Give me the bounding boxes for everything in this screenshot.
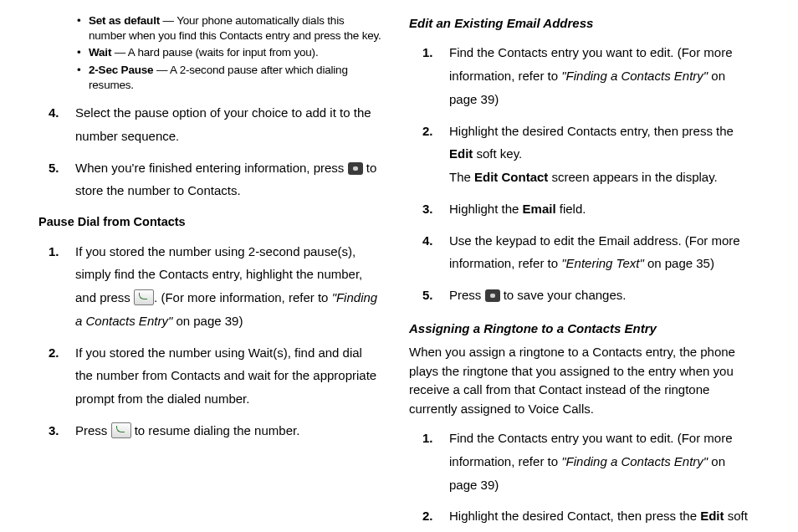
text-segment: to resume dialing the number. <box>135 423 300 437</box>
bullet-item: • Set as default — Your phone automatica… <box>77 13 382 43</box>
text-segment: field. <box>556 202 586 216</box>
step-text: Highlight the desired Contact, then pres… <box>449 504 756 532</box>
bullet-content: Set as default — Your phone automaticall… <box>89 13 382 43</box>
cross-reference: "Entering Text" <box>561 256 643 270</box>
step-number: 3. <box>49 419 75 442</box>
step-text: When you're finished entering informatio… <box>75 156 382 203</box>
numbered-step: 2. Highlight the desired Contacts entry,… <box>422 120 756 189</box>
step-text: Press to save your changes. <box>449 284 756 307</box>
intro-paragraph: When you assign a ringtone to a Contacts… <box>409 343 756 418</box>
text-segment: on page 35) <box>644 256 714 270</box>
left-column: • Set as default — Your phone automatica… <box>35 13 382 532</box>
numbered-step: 4. Use the keypad to edit the Email addr… <box>422 229 756 276</box>
step-text: Find the Contacts entry you want to edit… <box>449 41 756 110</box>
section-heading: Edit an Existing Email Address <box>409 13 756 33</box>
step-number: 2. <box>422 504 449 532</box>
bullet-content: Wait — A hard pause (waits for input fro… <box>89 45 382 60</box>
text-segment: soft key. <box>473 146 522 161</box>
bold-term: Edit <box>700 509 724 523</box>
text-segment: . (For more information, refer to <box>154 290 332 304</box>
text-segment: When you're finished entering informatio… <box>75 161 348 175</box>
send-key-icon <box>134 289 154 305</box>
cross-reference: "Finding a Contacts Entry" <box>561 69 708 83</box>
cross-reference: "Finding a Contacts Entry" <box>561 454 708 468</box>
text-segment: Highlight the desired Contact, then pres… <box>449 509 700 523</box>
bullet-item: • Wait — A hard pause (waits for input f… <box>77 45 382 60</box>
bullet-mark: • <box>77 13 89 43</box>
bullet-mark: • <box>77 45 89 60</box>
step-number: 3. <box>422 197 449 221</box>
step-text: Press to resume dialing the number. <box>75 419 382 442</box>
bold-term: Edit <box>449 146 473 161</box>
numbered-step: 1. Find the Contacts entry you want to e… <box>422 427 756 496</box>
text-segment: Press <box>75 423 111 437</box>
step-text: Highlight the Email field. <box>449 197 756 221</box>
ok-key-icon <box>348 162 363 175</box>
bullet-content: 2-Sec Pause — A 2-second pause after whi… <box>89 63 382 93</box>
numbered-step: 1. If you stored the number using 2-seco… <box>49 240 382 333</box>
step-number: 4. <box>422 229 449 276</box>
bullet-desc: — A hard pause (waits for input from you… <box>111 46 318 59</box>
text-segment: The <box>449 170 474 184</box>
text-segment: on page 39) <box>172 314 243 328</box>
text-segment: to save your changes. <box>504 288 627 302</box>
bold-term: Email <box>523 202 556 216</box>
step-number: 1. <box>422 427 449 496</box>
numbered-step: 4. Select the pause option of your choic… <box>49 101 382 148</box>
bullet-item: • 2-Sec Pause — A 2-second pause after w… <box>77 63 382 93</box>
step-text: Find the Contacts entry you want to edit… <box>449 427 756 496</box>
subsection-heading: Pause Dial from Contacts <box>38 212 382 231</box>
numbered-step: 5. Press to save your changes. <box>422 284 756 307</box>
step-number: 2. <box>49 341 75 411</box>
step-text: Use the keypad to edit the Email address… <box>449 229 756 276</box>
ok-key-icon <box>485 289 500 302</box>
step-text: If you stored the number using Wait(s), … <box>75 341 382 411</box>
step-text: If you stored the number using 2-second … <box>75 240 382 333</box>
bullet-term: 2-Sec Pause <box>89 64 153 76</box>
step-number: 1. <box>49 240 75 333</box>
section-heading: Assigning a Ringtone to a Contacts Entry <box>409 319 756 338</box>
text-segment: Highlight the desired Contacts entry, th… <box>449 124 734 138</box>
bullet-term: Wait <box>89 46 111 59</box>
step-number: 2. <box>422 120 449 189</box>
step-number: 5. <box>49 156 75 203</box>
bold-term: Edit Contact <box>474 170 548 184</box>
step-number: 5. <box>422 284 449 307</box>
numbered-step: 3. Press to resume dialing the number. <box>49 419 382 442</box>
send-key-icon <box>111 422 131 438</box>
numbered-step: 3. Highlight the Email field. <box>422 197 756 221</box>
step-number: 4. <box>49 101 75 148</box>
numbered-step: 2. Highlight the desired Contact, then p… <box>422 504 756 532</box>
step-text: Select the pause option of your choice t… <box>75 101 382 148</box>
numbered-step: 2. If you stored the number using Wait(s… <box>49 341 382 411</box>
step-number: 1. <box>422 41 449 110</box>
text-segment: screen appears in the display. <box>548 170 717 184</box>
numbered-step: 1. Find the Contacts entry you want to e… <box>422 41 756 110</box>
text-segment: Highlight the <box>449 202 523 216</box>
right-column: Edit an Existing Email Address 1. Find t… <box>409 13 756 532</box>
step-text: Highlight the desired Contacts entry, th… <box>449 120 756 189</box>
numbered-step: 5. When you're finished entering informa… <box>49 156 382 203</box>
text-segment: Press <box>449 288 485 302</box>
bullet-term: Set as default <box>89 14 160 27</box>
two-column-layout: • Set as default — Your phone automatica… <box>35 13 756 532</box>
bullet-mark: • <box>77 63 89 93</box>
document-page: • Set as default — Your phone automatica… <box>0 0 798 532</box>
